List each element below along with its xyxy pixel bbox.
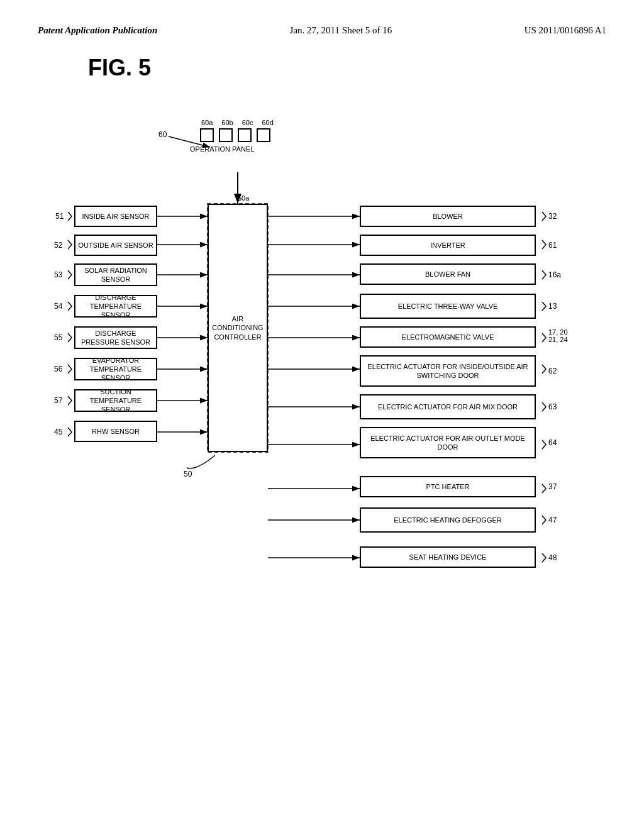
- ref-60: 60: [158, 130, 167, 139]
- discharge-pressure-sensor-box: DISCHARGE PRESSURE SENSOR: [74, 326, 157, 349]
- header-publication: Patent Application Publication: [38, 25, 157, 36]
- op-panel-switches: [200, 128, 270, 142]
- ref-57: 57: [54, 396, 62, 405]
- ref-32: 32: [548, 212, 557, 221]
- solar-radiation-sensor-box: SOLAR RADIATION SENSOR: [74, 263, 157, 286]
- inside-air-sensor-box: INSIDE AIR SENSOR: [74, 206, 157, 227]
- ref-13: 13: [548, 302, 557, 311]
- electric-actuator-air-outlet-box: ELECTRIC ACTUATOR FOR AIR OUTLET MODE DO…: [360, 427, 536, 458]
- switch-60b: [219, 128, 233, 142]
- op-ref-60d: 60d: [262, 119, 273, 126]
- ref-56: 56: [54, 365, 62, 374]
- header-patent-num: US 2011/0016896 A1: [525, 25, 606, 36]
- electric-actuator-air-mix-box: ELECTRIC ACTUATOR FOR AIR MIX DOOR: [360, 394, 536, 419]
- ref-64: 64: [548, 438, 557, 447]
- ref-63: 63: [548, 402, 557, 411]
- header: Patent Application Publication Jan. 27, …: [38, 25, 606, 36]
- electromagnetic-valve-box: ELECTROMAGNETIC VALVE: [360, 326, 536, 348]
- controller-box: AIR CONDITIONING CONTROLLER: [208, 204, 268, 452]
- ref-45: 45: [54, 428, 62, 436]
- suction-temp-sensor-box: SUCTION TEMPERATURE SENSOR: [74, 389, 157, 412]
- ref-51: 51: [55, 212, 64, 221]
- op-panel-label: OPERATION PANEL: [190, 145, 254, 153]
- ref-17-20-21-24: 17, 20 21, 24: [548, 328, 568, 343]
- outside-air-sensor-box: OUTSIDE AIR SENSOR: [74, 235, 157, 256]
- ref-55: 55: [54, 333, 62, 342]
- inverter-box: INVERTER: [360, 235, 536, 256]
- op-ref-60a: 60a: [201, 119, 213, 126]
- evaporator-temp-sensor-box: EVAPORATOR TEMPERATURE SENSOR: [74, 358, 157, 380]
- ref-16a: 16a: [548, 270, 561, 279]
- blower-fan-box: BLOWER FAN: [360, 263, 536, 285]
- op-sub-refs: 60a 60b 60c 60d: [201, 119, 274, 126]
- ref-50a: 50a: [238, 194, 249, 202]
- ref-48: 48: [548, 553, 557, 562]
- ptc-heater-box: PTC HEATER: [360, 476, 536, 497]
- switch-60a: [200, 128, 214, 142]
- switch-60d: [257, 128, 270, 142]
- figure-title: FIG. 5: [88, 55, 606, 81]
- switch-60c: [238, 128, 252, 142]
- diagram: 60 60a 60b 60c 60d OPERATION PANEL AIR C…: [52, 106, 592, 704]
- op-ref-60b: 60b: [221, 119, 233, 126]
- electric-actuator-inside-outside-box: ELECTRIC ACTUATOR FOR INSIDE/OUTSIDE AIR…: [360, 355, 536, 387]
- page: Patent Application Publication Jan. 27, …: [0, 0, 644, 830]
- op-ref-60c: 60c: [242, 119, 253, 126]
- seat-heating-device-box: SEAT HEATING DEVICE: [360, 546, 536, 568]
- ref-52: 52: [54, 241, 62, 250]
- ref-53: 53: [54, 270, 62, 279]
- electric-three-way-valve-box: ELECTRIC THREE-WAY VALVE: [360, 294, 536, 319]
- controller-label: AIR CONDITIONING CONTROLLER: [212, 314, 263, 341]
- ref-54: 54: [54, 302, 62, 311]
- ref-50: 50: [184, 470, 192, 479]
- electric-heating-defogger-box: ELECTRIC HEATING DEFOGGER: [360, 507, 536, 533]
- ref-61: 61: [548, 241, 557, 250]
- ref-62: 62: [548, 367, 557, 375]
- blower-box: BLOWER: [360, 206, 536, 227]
- ref-37: 37: [548, 482, 557, 491]
- header-date-sheet: Jan. 27, 2011 Sheet 5 of 16: [290, 25, 392, 36]
- rhw-sensor-box: RHW SENSOR: [74, 421, 157, 442]
- ref-47: 47: [548, 516, 557, 524]
- discharge-temp-sensor-box: DISCHARGE TEMPERATURE SENSOR: [74, 295, 157, 318]
